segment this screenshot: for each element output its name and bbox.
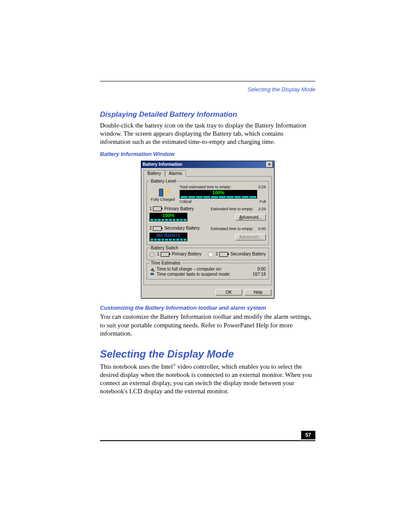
group-battery-level: Battery Level ⚡ Fully Charged Total esti…	[146, 181, 269, 246]
laptop-icon: 💻	[149, 272, 156, 277]
section-heading-battery-info: Displaying Detailed Battery Information	[100, 110, 315, 119]
secondary-bar: No Battery	[149, 233, 187, 241]
group-time-estimates: Time Estimates 🔌 Time to full charge – c…	[146, 263, 269, 280]
secondary-num: 2	[149, 226, 152, 230]
section-heading-display-mode: Selecting the Display Mode	[100, 348, 315, 360]
close-icon[interactable]: ×	[266, 162, 273, 168]
registered-mark: ®	[173, 363, 176, 367]
dialog-button-row: OK Help	[141, 287, 274, 298]
level-full-label: Full	[259, 199, 266, 204]
group-legend: Time Estimates	[149, 261, 182, 265]
switch-primary-label: Primary Battery	[172, 252, 202, 256]
tab-battery[interactable]: Battery	[143, 170, 165, 177]
radio-primary	[149, 252, 155, 257]
primary-bar: 100%	[149, 213, 187, 221]
plug-icon: 🔌	[149, 267, 156, 272]
tab-panel: Battery Level ⚡ Fully Charged Total esti…	[143, 177, 272, 286]
battery-charging-icon: ⚡	[158, 187, 168, 196]
footer-rule	[100, 440, 315, 441]
secondary-advanced-button: Advanced...	[235, 234, 266, 240]
battery-icon	[161, 252, 169, 257]
battery-level-bar: 100%	[180, 190, 257, 199]
section-body-customizing: You can customize the Battery Informatio…	[100, 313, 315, 338]
group-legend: Battery Level	[149, 179, 177, 184]
group-battery-switch: Battery Switch 1 Primary Battery	[146, 248, 269, 260]
battery-level-percent: 100%	[212, 190, 224, 195]
level-critical-label: Critical	[180, 199, 192, 204]
battery-info-dialog-figure: Battery Information × Battery Alarms Bat…	[141, 161, 274, 299]
tab-alarms[interactable]: Alarms	[165, 170, 186, 177]
section-body-display-mode: This notebook uses the Intel® video cont…	[100, 363, 315, 396]
section-heading-customizing: Customizing the Battery Information tool…	[100, 305, 315, 311]
secondary-est-label: Estimated time to empty:	[211, 227, 253, 231]
battery-icon	[219, 252, 228, 257]
page-number: 57	[301, 431, 315, 439]
dialog-window: Battery Information × Battery Alarms Bat…	[141, 161, 274, 299]
section-body-battery-info: Double-click the battery icon on the tas…	[100, 121, 315, 146]
total-time-value: 2:29	[258, 185, 266, 189]
primary-advanced-button[interactable]: Advanced...	[235, 214, 266, 221]
battery-icon	[153, 226, 162, 231]
primary-num: 1	[149, 206, 152, 211]
group-legend: Battery Switch	[149, 246, 180, 250]
total-time-label: Total estimated time to empty:	[180, 185, 231, 189]
battery-icon	[153, 206, 162, 211]
est-row1-value: 0:00	[258, 267, 266, 271]
secondary-status: No Battery	[156, 233, 181, 238]
secondary-name: Secondary Battery	[164, 226, 199, 230]
secondary-est-value: 0:00	[258, 227, 266, 231]
primary-name: Primary Battery	[164, 206, 194, 211]
figure-caption: Battery Information Window	[100, 151, 315, 157]
fully-charged-label: Fully Charged	[149, 197, 176, 202]
primary-percent: 100%	[162, 213, 174, 218]
help-button[interactable]: Help	[245, 289, 271, 296]
est-row1-label: Time to full charge – computer on:	[157, 267, 222, 271]
primary-est-label: Estimated time to empty:	[211, 207, 253, 211]
dialog-titlebar[interactable]: Battery Information ×	[141, 161, 274, 168]
radio-secondary[interactable]	[208, 252, 213, 257]
primary-est-value: 2:29	[258, 207, 266, 211]
ok-button[interactable]: OK	[215, 289, 242, 296]
dialog-title: Battery Information	[143, 162, 182, 167]
tab-strip: Battery Alarms	[143, 170, 272, 177]
est-row2-value: 167:18	[252, 272, 266, 277]
switch-secondary-label: Secondary Battery	[230, 252, 266, 256]
est-row2-label: Time computer lasts in suspend mode:	[157, 272, 230, 277]
